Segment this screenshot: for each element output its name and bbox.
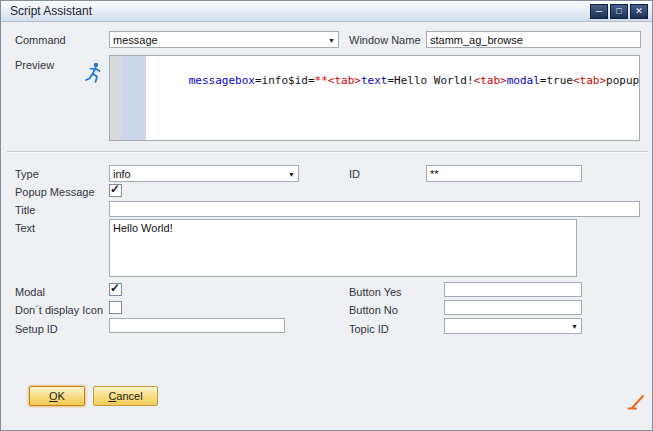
resize-handle-icon[interactable]	[625, 394, 647, 416]
type-dropdown[interactable]: info ▼	[109, 165, 299, 182]
code-segment: <tab>	[573, 74, 606, 87]
chevron-down-icon: ▼	[571, 323, 578, 330]
code-segment: =info$id=	[255, 74, 315, 87]
button-yes-input[interactable]	[444, 282, 582, 297]
checkmark-icon: ✓	[110, 184, 121, 195]
topic-id-dropdown[interactable]: ▼	[444, 318, 582, 334]
text-label: Text	[15, 222, 35, 234]
text-textarea[interactable]: Hello World!	[109, 219, 577, 277]
chevron-down-icon: ▼	[288, 170, 295, 177]
title-input[interactable]	[109, 201, 640, 217]
window-name-input[interactable]	[426, 31, 641, 48]
preview-code-area[interactable]: messagebox=info$id=**<tab>text=Hello Wor…	[109, 55, 640, 141]
popup-message-checkbox[interactable]: ✓	[109, 184, 122, 197]
code-segment: <tab>	[474, 74, 507, 87]
button-no-label: Button No	[349, 304, 398, 316]
maximize-button[interactable]: □	[610, 4, 628, 19]
setup-id-label: Setup ID	[15, 323, 58, 335]
checkmark-icon: ✓	[110, 283, 121, 294]
button-no-input[interactable]	[444, 300, 582, 315]
popup-message-label: Popup Message	[15, 186, 95, 198]
ok-button[interactable]: OK	[29, 386, 85, 406]
code-segment: text	[361, 74, 388, 87]
chevron-down-icon: ▼	[328, 36, 335, 43]
preview-label: Preview	[15, 59, 54, 71]
id-input[interactable]	[426, 165, 582, 182]
command-label: Command	[15, 34, 66, 46]
dont-display-icon-label: Don´t display Icon	[15, 304, 103, 316]
preview-margin	[121, 56, 146, 140]
modal-label: Modal	[15, 286, 45, 298]
title-label: Title	[15, 204, 35, 216]
window-title: Script Assistant	[10, 4, 92, 18]
topic-id-label: Topic ID	[349, 323, 389, 335]
preview-code-line: messagebox=info$id=**<tab>text=Hello Wor…	[149, 61, 637, 100]
cancel-button[interactable]: Cancel	[93, 386, 158, 406]
code-segment: <tab>	[328, 74, 361, 87]
code-segment: **	[315, 74, 328, 87]
dont-display-icon-checkbox[interactable]: ✓	[109, 301, 122, 314]
ok-button-label: OK	[30, 387, 84, 405]
window-name-label: Window Name	[349, 34, 421, 46]
code-segment: =Hello World!	[387, 74, 473, 87]
run-script-icon	[84, 61, 104, 89]
preview-gutter	[110, 56, 121, 140]
window-controls: ─ □ ✕	[590, 4, 648, 19]
code-segment: modal	[507, 74, 540, 87]
close-button[interactable]: ✕	[630, 4, 648, 19]
id-label: ID	[349, 168, 360, 180]
minimize-button[interactable]: ─	[590, 4, 608, 19]
command-dropdown[interactable]: message ▼	[109, 31, 339, 48]
cancel-button-label: Cancel	[94, 387, 157, 405]
section-divider	[7, 151, 648, 153]
code-segment: messagebox	[189, 74, 255, 87]
setup-id-input[interactable]	[109, 318, 285, 333]
modal-checkbox[interactable]: ✓	[109, 283, 122, 296]
type-dropdown-value: info	[113, 168, 131, 180]
type-label: Type	[15, 168, 39, 180]
button-yes-label: Button Yes	[349, 286, 402, 298]
titlebar: Script Assistant ─ □ ✕	[1, 1, 652, 22]
command-dropdown-value: message	[113, 34, 158, 46]
script-assistant-dialog: Script Assistant ─ □ ✕ Command message ▼…	[0, 0, 653, 431]
code-segment: popup	[606, 74, 639, 87]
code-segment: =true	[540, 74, 573, 87]
